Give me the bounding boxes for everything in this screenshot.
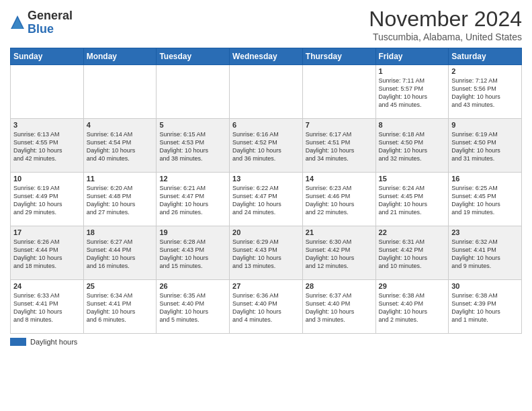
table-row: 22Sunrise: 6:31 AM Sunset: 4:42 PM Dayli… <box>375 226 449 280</box>
day-number: 25 <box>87 282 154 290</box>
calendar-table: Sunday Monday Tuesday Wednesday Thursday… <box>10 48 522 334</box>
table-row: 28Sunrise: 6:37 AM Sunset: 4:40 PM Dayli… <box>302 280 375 334</box>
day-info: Sunrise: 6:32 AM Sunset: 4:41 PM Dayligh… <box>451 238 519 271</box>
calendar-week-row: 10Sunrise: 6:19 AM Sunset: 4:49 PM Dayli… <box>11 173 522 226</box>
day-info: Sunrise: 6:17 AM Sunset: 4:51 PM Dayligh… <box>306 130 373 163</box>
day-number: 6 <box>232 121 300 129</box>
day-number: 10 <box>13 175 81 183</box>
day-number: 21 <box>306 228 373 236</box>
table-row: 4Sunrise: 6:14 AM Sunset: 4:54 PM Daylig… <box>83 119 157 173</box>
day-info: Sunrise: 6:16 AM Sunset: 4:52 PM Dayligh… <box>232 130 300 163</box>
day-number: 12 <box>159 175 226 183</box>
table-row: 29Sunrise: 6:38 AM Sunset: 4:40 PM Dayli… <box>375 280 449 334</box>
table-row <box>302 65 375 119</box>
day-info: Sunrise: 6:34 AM Sunset: 4:41 PM Dayligh… <box>87 291 154 324</box>
table-row: 6Sunrise: 6:16 AM Sunset: 4:52 PM Daylig… <box>230 119 303 173</box>
col-tuesday: Tuesday <box>157 48 230 65</box>
day-number: 3 <box>13 121 81 129</box>
day-info: Sunrise: 7:12 AM Sunset: 5:56 PM Dayligh… <box>451 77 519 109</box>
day-number: 7 <box>306 121 373 129</box>
day-number: 14 <box>306 175 373 183</box>
calendar-week-row: 3Sunrise: 6:13 AM Sunset: 4:55 PM Daylig… <box>11 119 522 173</box>
day-info: Sunrise: 6:33 AM Sunset: 4:41 PM Dayligh… <box>13 291 81 324</box>
legend-label: Daylight hours <box>30 338 77 346</box>
logo: General Blue <box>10 9 73 36</box>
page-container: General Blue November 2024 Tuscumbia, Al… <box>0 0 532 411</box>
table-row: 8Sunrise: 6:18 AM Sunset: 4:50 PM Daylig… <box>375 119 449 173</box>
day-number: 30 <box>451 282 519 290</box>
col-sunday: Sunday <box>11 48 84 65</box>
day-info: Sunrise: 6:19 AM Sunset: 4:50 PM Dayligh… <box>451 130 519 163</box>
table-row: 18Sunrise: 6:27 AM Sunset: 4:44 PM Dayli… <box>83 226 157 280</box>
legend: Daylight hours <box>10 338 522 346</box>
day-number: 17 <box>13 228 81 236</box>
day-info: Sunrise: 6:38 AM Sunset: 4:40 PM Dayligh… <box>379 291 446 324</box>
table-row <box>83 65 157 119</box>
table-row: 10Sunrise: 6:19 AM Sunset: 4:49 PM Dayli… <box>11 173 84 226</box>
day-info: Sunrise: 6:14 AM Sunset: 4:54 PM Dayligh… <box>87 130 154 163</box>
day-info: Sunrise: 6:36 AM Sunset: 4:40 PM Dayligh… <box>232 291 300 324</box>
day-number: 1 <box>379 67 446 75</box>
table-row: 14Sunrise: 6:23 AM Sunset: 4:46 PM Dayli… <box>302 173 375 226</box>
day-info: Sunrise: 6:22 AM Sunset: 4:47 PM Dayligh… <box>232 184 300 217</box>
day-info: Sunrise: 6:38 AM Sunset: 4:39 PM Dayligh… <box>451 291 519 324</box>
table-row: 30Sunrise: 6:38 AM Sunset: 4:39 PM Dayli… <box>449 280 522 334</box>
table-row: 25Sunrise: 6:34 AM Sunset: 4:41 PM Dayli… <box>83 280 157 334</box>
calendar-header-row: Sunday Monday Tuesday Wednesday Thursday… <box>11 48 522 65</box>
table-row: 16Sunrise: 6:25 AM Sunset: 4:45 PM Dayli… <box>449 173 522 226</box>
table-row: 12Sunrise: 6:21 AM Sunset: 4:47 PM Dayli… <box>157 173 230 226</box>
day-number: 13 <box>232 175 300 183</box>
day-info: Sunrise: 7:11 AM Sunset: 5:57 PM Dayligh… <box>379 77 446 109</box>
day-number: 22 <box>379 228 446 236</box>
day-info: Sunrise: 6:27 AM Sunset: 4:44 PM Dayligh… <box>87 238 154 271</box>
logo-blue: Blue <box>28 22 54 36</box>
logo-icon <box>10 15 25 30</box>
table-row: 27Sunrise: 6:36 AM Sunset: 4:40 PM Dayli… <box>230 280 303 334</box>
table-row: 7Sunrise: 6:17 AM Sunset: 4:51 PM Daylig… <box>302 119 375 173</box>
table-row: 3Sunrise: 6:13 AM Sunset: 4:55 PM Daylig… <box>11 119 84 173</box>
day-info: Sunrise: 6:13 AM Sunset: 4:55 PM Dayligh… <box>13 130 81 163</box>
table-row: 15Sunrise: 6:24 AM Sunset: 4:45 PM Dayli… <box>375 173 449 226</box>
day-info: Sunrise: 6:19 AM Sunset: 4:49 PM Dayligh… <box>13 184 81 217</box>
day-number: 23 <box>451 228 519 236</box>
day-number: 5 <box>159 121 226 129</box>
month-title: November 2024 <box>369 7 522 32</box>
day-number: 8 <box>379 121 446 129</box>
day-info: Sunrise: 6:26 AM Sunset: 4:44 PM Dayligh… <box>13 238 81 271</box>
day-info: Sunrise: 6:18 AM Sunset: 4:50 PM Dayligh… <box>379 130 446 163</box>
day-number: 2 <box>451 67 519 75</box>
day-info: Sunrise: 6:25 AM Sunset: 4:45 PM Dayligh… <box>451 184 519 217</box>
title-section: November 2024 Tuscumbia, Alabama, United… <box>369 7 522 42</box>
day-number: 11 <box>87 175 154 183</box>
table-row <box>11 65 84 119</box>
day-number: 24 <box>13 282 81 290</box>
calendar-week-row: 1Sunrise: 7:11 AM Sunset: 5:57 PM Daylig… <box>11 65 522 119</box>
table-row: 21Sunrise: 6:30 AM Sunset: 4:42 PM Dayli… <box>302 226 375 280</box>
col-friday: Friday <box>375 48 449 65</box>
day-number: 18 <box>87 228 154 236</box>
table-row <box>230 65 303 119</box>
table-row: 19Sunrise: 6:28 AM Sunset: 4:43 PM Dayli… <box>157 226 230 280</box>
day-info: Sunrise: 6:29 AM Sunset: 4:43 PM Dayligh… <box>232 238 300 271</box>
col-monday: Monday <box>83 48 157 65</box>
table-row: 24Sunrise: 6:33 AM Sunset: 4:41 PM Dayli… <box>11 280 84 334</box>
location: Tuscumbia, Alabama, United States <box>369 32 522 42</box>
col-thursday: Thursday <box>302 48 375 65</box>
day-info: Sunrise: 6:24 AM Sunset: 4:45 PM Dayligh… <box>379 184 446 217</box>
table-row: 11Sunrise: 6:20 AM Sunset: 4:48 PM Dayli… <box>83 173 157 226</box>
table-row: 23Sunrise: 6:32 AM Sunset: 4:41 PM Dayli… <box>449 226 522 280</box>
day-number: 28 <box>306 282 373 290</box>
legend-color-box <box>10 338 26 346</box>
day-info: Sunrise: 6:35 AM Sunset: 4:40 PM Dayligh… <box>159 291 226 324</box>
day-number: 27 <box>232 282 300 290</box>
day-info: Sunrise: 6:20 AM Sunset: 4:48 PM Dayligh… <box>87 184 154 217</box>
table-row: 17Sunrise: 6:26 AM Sunset: 4:44 PM Dayli… <box>11 226 84 280</box>
header: General Blue November 2024 Tuscumbia, Al… <box>10 7 522 42</box>
calendar-week-row: 17Sunrise: 6:26 AM Sunset: 4:44 PM Dayli… <box>11 226 522 280</box>
calendar-week-row: 24Sunrise: 6:33 AM Sunset: 4:41 PM Dayli… <box>11 280 522 334</box>
day-info: Sunrise: 6:30 AM Sunset: 4:42 PM Dayligh… <box>306 238 373 271</box>
logo-text: General Blue <box>28 9 73 36</box>
col-saturday: Saturday <box>449 48 522 65</box>
table-row: 13Sunrise: 6:22 AM Sunset: 4:47 PM Dayli… <box>230 173 303 226</box>
col-wednesday: Wednesday <box>230 48 303 65</box>
